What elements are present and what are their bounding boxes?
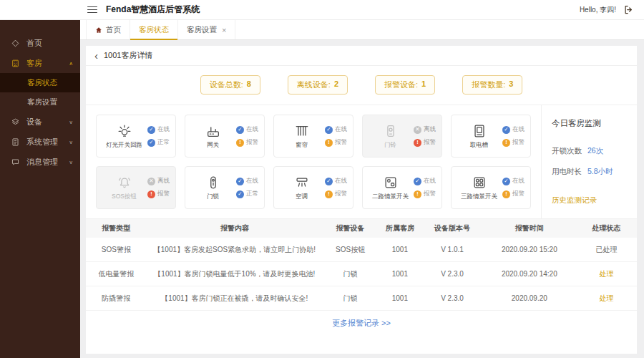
back-arrow-icon[interactable]: ‹ [94,50,98,61]
device-status: 离线 [147,177,170,185]
tab-room-status[interactable]: 客房状态 [130,20,178,39]
sidebar-subitem-label: 客房设置 [27,97,57,107]
col-header-alarm-type: 报警类型 [86,223,147,233]
content-area: 首页 客房状态 客房设置 × ‹ 1001客房详情 设备总数:8 离线设备:2 [80,20,644,358]
stat-label: 报警设备: [384,79,418,90]
status-dot-icon [236,178,244,185]
col-header-alarm-time: 报警时间 [482,223,576,233]
handle-status-link[interactable]: 处理 [576,294,637,304]
sidebar-item-devices[interactable]: 设备 ∨ [0,112,80,132]
more-alarm-records-link[interactable]: 更多报警记录 >> [86,311,637,334]
device-card-air-conditioner[interactable]: 空调 在线 报警 [273,166,353,209]
device-status: 报警 [325,138,347,147]
device-status: 在线 [414,177,436,185]
stat-label: 报警数量: [472,79,505,90]
status-dot-icon [325,190,333,198]
history-records-link[interactable]: 历史监测记录 [552,195,627,205]
status-label: 报警 [512,138,525,147]
sidebar-item-label: 消息管理 [26,157,58,168]
status-label: 报警 [157,190,170,198]
unlock-count-label: 开锁次数 [552,146,582,156]
status-dot-icon [147,178,155,185]
table-header-row: 报警类型 报警内容 报警设备 所属客房 设备版本号 报警时间 处理状态 [86,219,637,238]
tab-label: 客房状态 [139,25,169,35]
logout-icon[interactable] [623,4,634,15]
cell-alarm-type: SOS警报 [86,245,147,255]
chevron-down-icon: ∨ [69,139,73,145]
status-dot-icon [414,126,421,134]
unlock-count-value[interactable]: 26次 [587,146,603,156]
alarm-table: 报警类型 报警内容 报警设备 所属客房 设备版本号 报警时间 处理状态 SOS警… [86,219,637,311]
device-card-light-circuit[interactable]: 灯光开关回路 在线 正常 [96,115,176,158]
tab-home[interactable]: 首页 [86,20,130,39]
device-card-two-way-scene-switch[interactable]: 二路情景开关 在线 报警 [362,166,442,209]
status-dot-icon [502,126,510,134]
breadcrumb: ‹ 1001客房详情 [86,46,637,66]
close-tab-icon[interactable]: × [222,26,226,34]
doorbell-icon [383,122,399,140]
status-dot-icon [236,190,244,198]
status-label: 报警 [424,138,436,147]
device-name: 门铃 [384,141,396,150]
device-card-three-way-scene-switch[interactable]: 三路情景开关 在线 报警 [451,166,531,209]
status-label: 报警 [512,190,525,198]
device-card-curtain[interactable]: 窗帘 在线 报警 [273,115,353,158]
table-row: 防撬警报 【1001】客房门锁正在被撬，请及时确认安全! 门锁 1001 V 2… [86,286,637,311]
sidebar-item-home[interactable]: 首页 [0,33,80,53]
status-dot-icon [325,126,333,134]
device-status: 报警 [325,190,347,198]
status-label: 在线 [157,125,170,134]
sidebar-item-label: 客房 [26,58,42,69]
rooms-building-icon [10,58,21,69]
cell-room: 1001 [378,246,422,253]
status-label: 在线 [246,125,258,134]
stats-row: 设备总数:8 离线设备:2 报警设备:1 报警数量:3 [86,66,637,105]
sidebar: 首页 客房 ∧ 客房状态 客房设置 设备 ∨ 系统管理 ∨ [0,20,80,358]
sidebar-item-label: 首页 [26,38,42,49]
device-name: 空调 [296,193,308,201]
device-card-power-socket[interactable]: 取电槽 在线 报警 [451,115,531,158]
power-socket-icon [472,122,487,140]
cell-alarm-device: 门锁 [323,269,378,279]
device-name: 门锁 [207,193,219,201]
status-dot-icon [502,139,510,147]
sidebar-item-system[interactable]: 系统管理 ∨ [0,132,80,152]
sidebar-item-rooms[interactable]: 客房 ∧ [0,53,80,73]
status-label: 在线 [335,177,347,185]
device-status: 报警 [502,190,525,198]
col-header-handle-status: 处理状态 [576,223,637,233]
page-title: 1001客房详情 [104,50,152,61]
status-label: 报警 [246,138,258,147]
device-status: 在线 [236,125,258,134]
power-duration-value[interactable]: 5.8小时 [587,167,613,177]
status-dot-icon [414,139,421,147]
sidebar-item-room-settings[interactable]: 客房设置 [0,92,80,112]
user-greeting: Hello, 李四! [580,5,616,15]
device-card-door-lock[interactable]: 门锁 在线 正常 [185,166,265,209]
header-right: Hello, 李四! [580,4,634,15]
status-label: 在线 [512,177,525,185]
top-header: Fenda智慧酒店后管系统 Hello, 李四! [0,0,644,20]
device-card-gateway[interactable]: 网关 在线 报警 [185,115,265,158]
chevron-down-icon: ∨ [69,159,73,165]
status-label: 离线 [424,125,436,134]
device-card-doorbell[interactable]: 门铃 离线 报警 [362,115,442,158]
status-dot-icon [325,178,333,185]
device-status: 在线 [502,125,525,134]
device-status: 报警 [414,190,436,198]
status-dot-icon [147,190,155,198]
cell-device-version: V 2.3.0 [422,294,483,302]
device-card-sos-button[interactable]: SOS按钮 离线 报警 [96,166,176,209]
handle-status-link[interactable]: 处理 [576,269,637,279]
home-tab-icon [95,26,102,34]
device-status: 在线 [325,177,347,185]
sidebar-item-messages[interactable]: 消息管理 ∨ [0,152,80,172]
menu-toggle-icon[interactable] [87,6,97,14]
handle-status-link: 已处理 [576,245,637,255]
tab-room-settings[interactable]: 客房设置 × [178,20,235,39]
cell-alarm-device: SOS按钮 [323,245,378,255]
device-status: 在线 [236,177,258,185]
col-header-alarm-device: 报警设备 [323,223,378,233]
sidebar-item-room-status[interactable]: 客房状态 [0,73,80,92]
power-duration-row: 用电时长 5.8小时 [552,167,627,177]
